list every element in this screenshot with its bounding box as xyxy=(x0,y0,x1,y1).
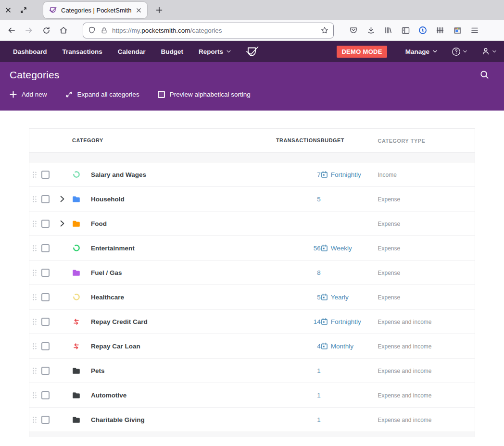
pocket-icon[interactable] xyxy=(345,23,362,38)
budget-link[interactable]: Weekly xyxy=(321,244,352,252)
drag-handle-icon[interactable] xyxy=(32,269,37,277)
category-name-link[interactable]: Pets xyxy=(91,367,105,374)
nav-item-budget[interactable]: Budget xyxy=(161,48,184,55)
category-name-link[interactable]: Household xyxy=(91,196,125,203)
browser-tab[interactable]: Categories | PocketSmith xyxy=(43,2,147,18)
category-name-link[interactable]: Healthcare xyxy=(91,294,124,301)
expand-all-categories-button[interactable]: Expand all categories xyxy=(65,91,139,98)
budget-frequency-label: Weekly xyxy=(331,245,352,252)
table-row[interactable]: Salary and Wages 7 Fortnightly Income xyxy=(29,162,475,187)
row-checkbox[interactable] xyxy=(41,195,50,203)
row-checkbox[interactable] xyxy=(41,416,50,424)
table-row[interactable]: Fuel / Gas 8 Expense xyxy=(29,260,475,285)
category-name-link[interactable]: Salary and Wages xyxy=(91,171,146,178)
bookmark-star-icon[interactable] xyxy=(321,26,328,34)
category-name-link[interactable]: Repay Credit Card xyxy=(91,318,148,325)
table-row[interactable]: Repay Credit Card 14 Fortnightly Expense… xyxy=(29,310,475,334)
table-row[interactable]: Pets 1 Expense and income xyxy=(29,359,475,383)
drag-handle-icon[interactable] xyxy=(32,293,37,301)
drag-handle-icon[interactable] xyxy=(32,367,37,375)
drag-handle-icon[interactable] xyxy=(32,342,37,350)
budget-frequency-label: Fortnightly xyxy=(331,318,361,325)
row-checkbox[interactable] xyxy=(41,171,50,179)
search-icon[interactable] xyxy=(478,68,491,81)
category-name-link[interactable]: Charitable Giving xyxy=(91,416,145,423)
transactions-count-link[interactable]: 14 xyxy=(314,318,321,325)
transactions-count-link[interactable]: 7 xyxy=(317,171,321,178)
home-icon[interactable] xyxy=(56,23,71,38)
preview-alphabetical-sorting-toggle[interactable]: Preview alphabetical sorting xyxy=(158,91,251,98)
tab-close-icon[interactable] xyxy=(134,5,143,15)
category-name-link[interactable]: Repay Car Loan xyxy=(91,343,140,350)
transactions-count-link[interactable]: 1 xyxy=(317,367,321,374)
category-name-link[interactable]: Food xyxy=(91,220,107,227)
budget-link[interactable]: Yearly xyxy=(321,293,349,301)
lock-icon[interactable] xyxy=(101,27,108,34)
row-checkbox[interactable] xyxy=(41,391,50,399)
menu-icon[interactable] xyxy=(466,23,483,38)
help-menu[interactable] xyxy=(452,47,467,56)
row-checkbox[interactable] xyxy=(41,220,50,228)
transactions-count-link[interactable]: 1 xyxy=(317,392,321,399)
category-icon xyxy=(72,269,80,277)
drag-handle-icon[interactable] xyxy=(32,391,37,399)
row-checkbox[interactable] xyxy=(41,367,50,375)
table-row[interactable]: Food Expense xyxy=(29,211,475,236)
library-icon[interactable] xyxy=(380,23,396,38)
nav-item-calendar[interactable]: Calendar xyxy=(118,48,146,55)
pocketsmith-logo-icon[interactable] xyxy=(245,45,259,58)
extension-icon[interactable] xyxy=(449,23,466,38)
category-name-link[interactable]: Automotive xyxy=(91,392,126,399)
budget-link[interactable]: Monthly xyxy=(321,342,353,350)
table-row[interactable]: Entertainment 56 Weekly Expense xyxy=(29,236,475,260)
nav-item-manage[interactable]: Manage xyxy=(405,48,437,55)
table-row[interactable]: Repay Car Loan 4 Monthly Expense and inc… xyxy=(29,334,475,359)
new-tab-icon[interactable] xyxy=(153,4,165,16)
category-name-link[interactable]: Entertainment xyxy=(91,245,135,252)
tracking-shield-icon[interactable] xyxy=(88,26,96,34)
transactions-count-link[interactable]: 56 xyxy=(314,245,321,252)
forward-icon[interactable] xyxy=(21,23,37,38)
budget-link[interactable]: Fortnightly xyxy=(321,318,361,325)
transactions-count-link[interactable]: 5 xyxy=(317,294,321,301)
downloads-icon[interactable] xyxy=(363,23,379,38)
sidebar-toggle-icon[interactable] xyxy=(397,23,414,38)
window-close-icon[interactable] xyxy=(4,6,13,14)
category-name-link[interactable]: Fuel / Gas xyxy=(91,269,122,276)
transactions-count-link[interactable]: 5 xyxy=(317,196,321,203)
url-bar[interactable]: https://my.pocketsmith.com/categories xyxy=(83,23,334,38)
onepassword-icon[interactable] xyxy=(415,23,431,38)
row-checkbox[interactable] xyxy=(41,318,50,326)
transactions-count-link[interactable]: 1 xyxy=(317,416,321,423)
drag-handle-icon[interactable] xyxy=(32,318,37,326)
table-row[interactable]: Charitable Giving 1 Expense and income xyxy=(29,408,475,432)
nav-item-dashboard[interactable]: Dashboard xyxy=(13,48,47,55)
drag-handle-icon[interactable] xyxy=(32,195,37,203)
drag-handle-icon[interactable] xyxy=(32,171,37,179)
table-row[interactable]: Healthcare 5 Yearly Expense xyxy=(29,285,475,310)
nav-item-reports[interactable]: Reports xyxy=(199,48,231,55)
table-row[interactable]: Automotive 1 Expense and income xyxy=(29,383,475,408)
back-icon[interactable] xyxy=(4,23,19,38)
preview-sorting-checkbox[interactable] xyxy=(158,91,165,98)
reload-icon[interactable] xyxy=(38,23,54,38)
add-new-button[interactable]: Add new xyxy=(10,91,47,98)
table-row[interactable]: Household 5 Expense xyxy=(29,187,475,211)
account-menu[interactable] xyxy=(481,47,496,56)
chevron-right-icon[interactable] xyxy=(60,196,68,202)
drag-handle-icon[interactable] xyxy=(32,416,37,424)
transactions-count-link[interactable]: 8 xyxy=(317,269,321,276)
drag-handle-icon[interactable] xyxy=(32,220,37,228)
row-checkbox[interactable] xyxy=(41,244,50,252)
nav-item-transactions[interactable]: Transactions xyxy=(63,48,102,55)
row-checkbox[interactable] xyxy=(41,293,50,301)
transactions-count-link[interactable]: 4 xyxy=(317,343,321,350)
row-checkbox[interactable] xyxy=(41,342,50,350)
window-maximize-icon[interactable] xyxy=(19,6,28,14)
budget-link[interactable]: Fortnightly xyxy=(321,171,361,178)
chevron-right-icon[interactable] xyxy=(60,220,68,227)
column-header-transactions: TRANSACTIONS xyxy=(276,137,321,143)
containers-extension-icon[interactable] xyxy=(432,23,448,38)
drag-handle-icon[interactable] xyxy=(32,244,37,252)
row-checkbox[interactable] xyxy=(41,269,50,277)
